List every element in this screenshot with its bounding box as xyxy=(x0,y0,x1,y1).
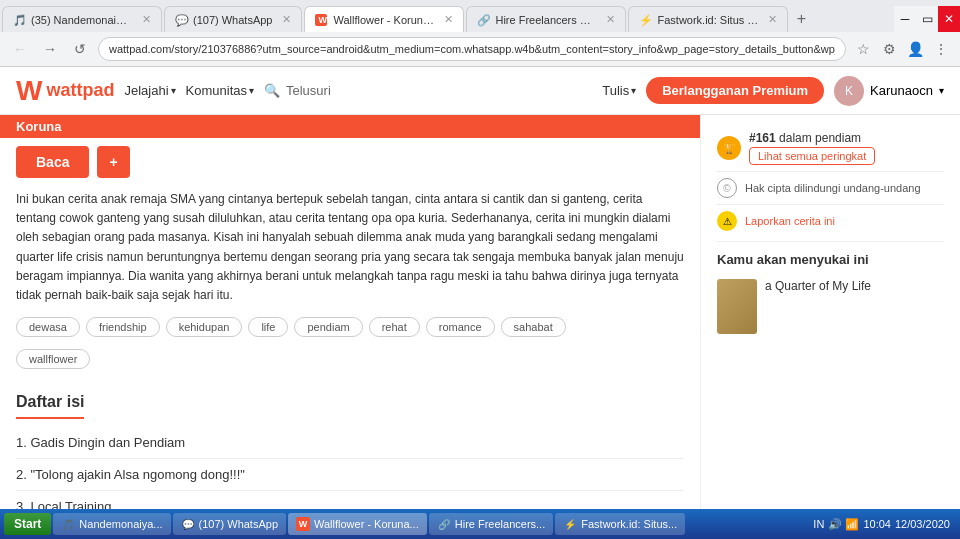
bookmark-button[interactable]: ☆ xyxy=(852,38,874,60)
tab-label-4: Hire Freelancers & Find Freelan... xyxy=(495,14,596,26)
taskbar-item-5[interactable]: ⚡ Fastwork.id: Situs... xyxy=(555,513,685,535)
tab-close-3[interactable]: ✕ xyxy=(444,13,453,26)
toc-item-2[interactable]: 2. "Tolong ajakin Alsa ngomong dong!!!" xyxy=(16,459,684,491)
extensions-button[interactable]: ⚙ xyxy=(878,38,900,60)
tags-row2: wallflower xyxy=(16,345,684,377)
read-button[interactable]: Baca xyxy=(16,146,89,178)
nav-jelajahi-label: Jelajahi xyxy=(124,83,168,98)
recommendations-title: Kamu akan menyukai ini xyxy=(717,241,944,275)
search-icon: 🔍 xyxy=(264,83,280,98)
komunitas-chevron-icon: ▾ xyxy=(249,85,254,96)
tag-romance[interactable]: romance xyxy=(426,317,495,337)
recommendation-item-1[interactable]: a Quarter of My Life xyxy=(717,275,944,338)
wattpad-logo[interactable]: W wattpad xyxy=(16,75,114,107)
nav-tulis[interactable]: Tulis ▾ xyxy=(602,83,636,98)
restore-button[interactable]: ▭ xyxy=(916,6,938,32)
tag-sahabat[interactable]: sahabat xyxy=(501,317,566,337)
menu-button[interactable]: ⋮ xyxy=(930,38,952,60)
tab-favicon-5: ⚡ xyxy=(639,14,651,26)
taskbar-item-2[interactable]: 💬 (107) WhatsApp xyxy=(173,513,286,535)
taskbar-favicon-4: 🔗 xyxy=(437,517,451,531)
avatar: K xyxy=(834,76,864,106)
browser-chrome: 🎵 (35) Nandemonaiya Mitsu... ✕ 💬 (107) W… xyxy=(0,0,960,67)
taskbar-item-1[interactable]: 🎵 Nandemonaiya... xyxy=(53,513,170,535)
new-tab-button[interactable]: + xyxy=(788,6,814,32)
rank-number: #161 xyxy=(749,131,776,145)
user-chevron-icon: ▾ xyxy=(939,85,944,96)
taskbar-favicon-3: W xyxy=(296,517,310,531)
toc-item-1[interactable]: 1. Gadis Dingin dan Pendiam xyxy=(16,427,684,459)
content-area: Koruna Baca + Ini bukan cerita anak rema… xyxy=(0,115,700,539)
tray-icons: 🔊 📶 xyxy=(828,518,859,531)
copyright-icon: © xyxy=(717,178,737,198)
tulis-chevron-icon: ▾ xyxy=(631,85,636,96)
copyright-row: © Hak cipta dilindungi undang-undang xyxy=(717,171,944,204)
tag-wallflower[interactable]: wallflower xyxy=(16,349,90,369)
back-button[interactable]: ← xyxy=(8,37,32,61)
tab-3[interactable]: W Wallflower - Koruna - Wattpad ✕ xyxy=(304,6,464,32)
tab-close-5[interactable]: ✕ xyxy=(768,13,777,26)
nav-tulis-label: Tulis xyxy=(602,83,629,98)
taskbar-label-3: Wallflower - Koruna... xyxy=(314,518,419,530)
taskbar-item-3[interactable]: W Wallflower - Koruna... xyxy=(288,513,427,535)
tag-dewasa[interactable]: dewasa xyxy=(16,317,80,337)
copyright-text: Hak cipta dilindungi undang-undang xyxy=(745,182,921,194)
tag-friendship[interactable]: friendship xyxy=(86,317,160,337)
read-btn-area: Baca + xyxy=(16,138,684,186)
tag-pendiam[interactable]: pendiam xyxy=(294,317,362,337)
premium-button[interactable]: Berlangganan Premium xyxy=(646,77,824,104)
tab-close-2[interactable]: ✕ xyxy=(282,13,291,26)
tag-life[interactable]: life xyxy=(248,317,288,337)
add-to-library-button[interactable]: + xyxy=(97,146,129,178)
rank-icon: 🏆 xyxy=(717,136,741,160)
tab-close-1[interactable]: ✕ xyxy=(142,13,151,26)
nav-komunitas-label: Komunitas xyxy=(186,83,247,98)
profile-button[interactable]: 👤 xyxy=(904,38,926,60)
address-bar-row: ← → ↺ ☆ ⚙ 👤 ⋮ xyxy=(0,32,960,66)
tab-label-2: (107) WhatsApp xyxy=(193,14,272,26)
taskbar: Start 🎵 Nandemonaiya... 💬 (107) WhatsApp… xyxy=(0,509,960,539)
rank-link[interactable]: Lihat semua peringkat xyxy=(749,147,875,165)
start-button[interactable]: Start xyxy=(4,513,51,535)
report-icon: ⚠ xyxy=(717,211,737,231)
rank-category: dalam pendiam xyxy=(779,131,861,145)
rank-badge: 🏆 #161 dalam pendiam Lihat semua peringk… xyxy=(717,125,944,171)
nav-komunitas[interactable]: Komunitas ▾ xyxy=(186,83,254,98)
tab-2[interactable]: 💬 (107) WhatsApp ✕ xyxy=(164,6,302,32)
browser-actions: ☆ ⚙ 👤 ⋮ xyxy=(852,38,952,60)
nav-user[interactable]: K Karunaocn ▾ xyxy=(834,76,944,106)
report-link[interactable]: Laporkan cerita ini xyxy=(745,215,835,227)
taskbar-tray: IN 🔊 📶 10:04 12/03/2020 xyxy=(807,518,956,531)
forward-button[interactable]: → xyxy=(38,37,62,61)
close-window-button[interactable]: ✕ xyxy=(938,6,960,32)
tab-favicon-2: 💬 xyxy=(175,14,187,26)
tab-favicon-3: W xyxy=(315,14,327,26)
tab-favicon-1: 🎵 xyxy=(13,14,25,26)
tab-close-4[interactable]: ✕ xyxy=(606,13,615,26)
tab-label-5: Fastwork.id: Situs Freelance Onl... xyxy=(657,14,758,26)
tag-kehidupan[interactable]: kehidupan xyxy=(166,317,243,337)
tab-label-3: Wallflower - Koruna - Wattpad xyxy=(333,14,434,26)
tab-5[interactable]: ⚡ Fastwork.id: Situs Freelance Onl... ✕ xyxy=(628,6,788,32)
tab-1[interactable]: 🎵 (35) Nandemonaiya Mitsu... ✕ xyxy=(2,6,162,32)
chapter-2-title: "Tolong ajakin Alsa ngomong dong!!!" xyxy=(30,467,245,482)
minimize-button[interactable]: ─ xyxy=(894,6,916,32)
tags-container: dewasa friendship kehidupan life pendiam… xyxy=(16,313,684,345)
nav-jelajahi[interactable]: Jelajahi ▾ xyxy=(124,83,175,98)
taskbar-label-5: Fastwork.id: Situs... xyxy=(581,518,677,530)
taskbar-item-4[interactable]: 🔗 Hire Freelancers... xyxy=(429,513,553,535)
rec-title-1: a Quarter of My Life xyxy=(765,279,871,293)
orange-strip-title: Koruna xyxy=(16,119,62,134)
toc-title: Daftar isi xyxy=(16,385,84,419)
nav-search[interactable]: 🔍 Telusuri xyxy=(264,83,331,98)
taskbar-label-2: (107) WhatsApp xyxy=(199,518,278,530)
tag-rehat[interactable]: rehat xyxy=(369,317,420,337)
taskbar-label-4: Hire Freelancers... xyxy=(455,518,545,530)
address-input[interactable] xyxy=(98,37,846,61)
wattpad-w-icon: W xyxy=(16,75,42,107)
reload-button[interactable]: ↺ xyxy=(68,37,92,61)
main-layout: Koruna Baca + Ini bukan cerita anak rema… xyxy=(0,115,960,539)
tab-4[interactable]: 🔗 Hire Freelancers & Find Freelan... ✕ xyxy=(466,6,626,32)
sidebar: 🏆 #161 dalam pendiam Lihat semua peringk… xyxy=(700,115,960,539)
tray-lang: IN xyxy=(813,518,824,530)
